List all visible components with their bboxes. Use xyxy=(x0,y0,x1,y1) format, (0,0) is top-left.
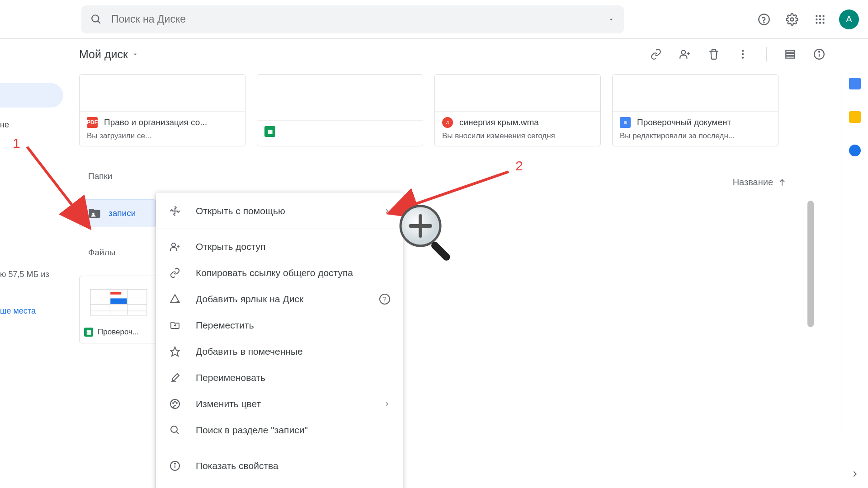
quick-access-row: PDFПраво и организация со... Вы загрузил… xyxy=(79,74,841,146)
svg-point-38 xyxy=(172,243,175,247)
context-menu: Открыть с помощью Открыть доступ Копиров… xyxy=(156,192,403,488)
apps-grid-icon[interactable] xyxy=(811,10,829,28)
side-panel xyxy=(841,70,868,431)
app-header: А xyxy=(0,0,868,39)
svg-point-46 xyxy=(175,401,175,402)
breadcrumb[interactable]: Мой диск xyxy=(79,48,139,61)
menu-search-in[interactable]: Поиск в разделе "записи" xyxy=(156,417,403,443)
svg-rect-35 xyxy=(110,292,121,295)
svg-point-6 xyxy=(819,15,821,17)
menu-separator xyxy=(156,229,403,229)
sheets-icon: ▦ xyxy=(84,328,93,337)
search-icon xyxy=(90,14,102,25)
menu-move[interactable]: Переместить xyxy=(156,312,403,338)
file-card[interactable]: PDFПраво и организация со... Вы загрузил… xyxy=(79,74,245,146)
menu-add-shortcut[interactable]: + Добавить ярлык на Диск ? xyxy=(156,286,403,312)
menu-star[interactable]: Добавить в помеченные xyxy=(156,338,403,365)
header-actions: А xyxy=(755,9,859,29)
search-container xyxy=(81,5,624,33)
menu-label: Переместить xyxy=(196,320,254,331)
card-title-text: Проверочный документ xyxy=(637,117,731,127)
chevron-right-icon xyxy=(384,401,390,407)
svg-point-5 xyxy=(816,15,817,17)
card-thumbnail xyxy=(613,75,778,112)
svg-line-1 xyxy=(98,21,100,23)
svg-point-18 xyxy=(742,53,744,55)
trash-icon[interactable] xyxy=(706,46,722,62)
menu-change-color[interactable]: Изменить цвет xyxy=(156,391,403,417)
svg-rect-22 xyxy=(786,56,795,58)
expand-panel-arrow-icon[interactable] xyxy=(850,469,860,479)
card-title-text: Право и организация со... xyxy=(104,117,207,127)
card-thumbnail xyxy=(80,75,245,112)
sort-control[interactable]: Название xyxy=(733,177,787,188)
svg-point-45 xyxy=(173,403,174,404)
menu-open-with[interactable]: Открыть с помощью xyxy=(156,198,403,224)
scrollbar-thumb[interactable] xyxy=(807,201,814,327)
keep-addon-icon[interactable] xyxy=(849,111,861,123)
svg-point-3 xyxy=(764,22,764,23)
svg-point-11 xyxy=(816,22,817,23)
menu-label: Изменить цвет xyxy=(196,399,261,409)
more-vert-icon[interactable] xyxy=(735,46,751,62)
folder-item[interactable]: записи xyxy=(79,199,156,227)
share-person-icon[interactable] xyxy=(677,46,693,62)
svg-line-49 xyxy=(176,432,179,434)
menu-label: Поиск в разделе "записи" xyxy=(196,425,308,436)
info-icon[interactable] xyxy=(811,46,827,62)
help-badge-icon[interactable]: ? xyxy=(379,294,390,305)
file-tile[interactable]: ▦ Провероч... xyxy=(79,276,158,343)
search-input[interactable] xyxy=(111,13,608,25)
help-icon[interactable] xyxy=(755,10,773,28)
menu-show-details[interactable]: Показать свойства xyxy=(156,453,403,479)
breadcrumb-title: Мой диск xyxy=(79,48,128,61)
rename-icon xyxy=(169,372,181,383)
get-link-icon[interactable] xyxy=(648,46,664,62)
file-card[interactable]: ♫синергия крым.wma Вы вносили изменения … xyxy=(434,74,601,146)
menu-label: Переименовать xyxy=(196,372,265,383)
storage-usage: ю 57,5 МБ из xyxy=(0,270,63,279)
file-card[interactable]: ≡Проверочный документ Вы редактировали з… xyxy=(612,74,778,146)
buy-storage-link[interactable]: ше места xyxy=(0,306,63,316)
menu-copy-link[interactable]: Копировать ссылку общего доступа xyxy=(156,260,403,286)
svg-point-12 xyxy=(819,22,821,23)
menu-label: Открыть с помощью xyxy=(196,206,285,216)
person-add-icon xyxy=(169,241,181,252)
svg-point-27 xyxy=(92,213,94,215)
file-tile-name: Провероч... xyxy=(98,328,139,337)
menu-share[interactable]: Открыть доступ xyxy=(156,234,403,260)
card-thumbnail xyxy=(435,75,600,112)
svg-point-19 xyxy=(742,56,744,58)
svg-point-14 xyxy=(681,50,685,54)
account-avatar[interactable]: А xyxy=(839,9,859,29)
toolbar-separator xyxy=(766,47,767,61)
list-view-icon[interactable] xyxy=(782,46,798,62)
chevron-down-icon xyxy=(132,51,139,58)
file-thumbnail xyxy=(84,281,153,324)
menu-label: Показать свойства xyxy=(196,460,278,471)
tasks-addon-icon[interactable] xyxy=(849,145,861,156)
svg-rect-20 xyxy=(786,50,795,52)
vertical-scrollbar[interactable] xyxy=(807,201,814,488)
svg-point-13 xyxy=(822,22,824,23)
annotation-label-1: 1 xyxy=(13,136,20,151)
settings-gear-icon[interactable] xyxy=(783,10,801,28)
audio-icon: ♫ xyxy=(442,117,453,128)
annotation-label-2: 2 xyxy=(515,158,523,174)
file-card[interactable]: ▦ xyxy=(257,74,423,146)
magnifier-overlay-icon xyxy=(398,203,461,267)
sidebar-item-truncated[interactable]: не xyxy=(0,120,63,130)
menu-download[interactable]: Скачать xyxy=(156,479,403,488)
menu-label: Добавить в помеченные xyxy=(196,346,303,357)
search-options-icon[interactable] xyxy=(608,16,615,23)
svg-rect-21 xyxy=(786,53,795,55)
shared-folder-icon xyxy=(88,206,101,220)
sidebar-fragment: не ю 57,5 МБ из ше места xyxy=(0,70,63,316)
svg-point-7 xyxy=(822,15,824,17)
card-title-text: синергия крым.wma xyxy=(459,117,539,127)
sidebar-active-item[interactable] xyxy=(0,83,63,108)
menu-rename[interactable]: Переименовать xyxy=(156,365,403,391)
search-box[interactable] xyxy=(81,5,624,33)
svg-point-52 xyxy=(175,463,175,464)
calendar-addon-icon[interactable] xyxy=(849,78,861,89)
